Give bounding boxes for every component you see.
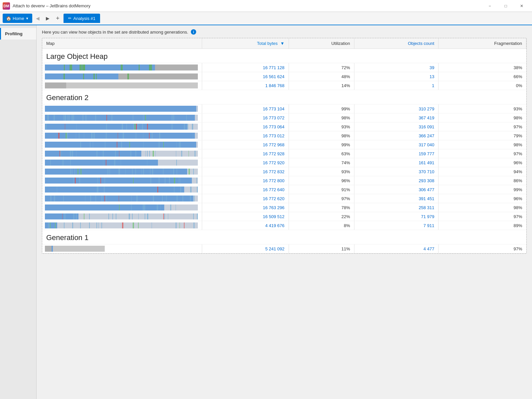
table-row[interactable]: 16 773 072 98% 367 419 98% (42, 113, 526, 122)
map-cell (42, 104, 202, 113)
table-row[interactable]: 4 419 676 8% 7 911 89% (42, 221, 526, 230)
pencil-icon: ✏ (68, 16, 71, 21)
utilization-cell: 74% (289, 158, 354, 167)
map-cell (42, 131, 202, 140)
table-row[interactable]: 1 846 768 14% 1 0% (42, 81, 526, 90)
map-cell (42, 185, 202, 194)
fragmentation-cell: 97% (439, 212, 526, 221)
table-row[interactable]: 16 763 296 78% 258 311 98% (42, 203, 526, 212)
toolbar: 🏠 Home ▼ ◀ ▶ + ✏ Analysis #1 (0, 12, 532, 25)
table-row[interactable]: 16 772 620 97% 391 451 96% (42, 194, 526, 203)
objects-count-cell: 7 911 (354, 221, 438, 230)
objects-count-cell: 367 419 (354, 113, 438, 122)
total-bytes-cell: 16 772 920 (202, 158, 289, 167)
utilization-cell: 99% (289, 104, 354, 113)
table-row[interactable]: 16 772 968 99% 317 040 98% (42, 140, 526, 149)
map-cell (42, 212, 202, 221)
sidebar-item-label: Profiling (5, 31, 23, 36)
title-bar: DM Attach to devenv – JetBrains dotMemor… (0, 0, 532, 12)
fragmentation-cell: 96% (439, 194, 526, 203)
back-button[interactable]: ◀ (34, 14, 42, 23)
forward-button[interactable]: ▶ (44, 14, 52, 23)
objects-count-cell: 159 777 (354, 149, 438, 158)
window-controls: − □ ✕ (482, 1, 529, 11)
fragmentation-cell: 97% (439, 149, 526, 158)
utilization-cell: 48% (289, 72, 354, 81)
col-header-total-bytes[interactable]: Total bytes ▼ (202, 38, 289, 49)
utilization-cell: 14% (289, 81, 354, 90)
sidebar-item-profiling[interactable]: Profiling (0, 28, 36, 40)
utilization-cell: 97% (289, 194, 354, 203)
fragmentation-cell: 96% (439, 158, 526, 167)
utilization-cell: 72% (289, 63, 354, 72)
table-row[interactable]: 16 772 800 96% 293 308 86% (42, 176, 526, 185)
utilization-cell: 93% (289, 167, 354, 176)
table-row[interactable]: 16 771 128 72% 39 38% (42, 63, 526, 72)
col-header-objects-count[interactable]: Objects count (354, 38, 438, 49)
info-bar: Here you can view how objects in the set… (42, 29, 527, 35)
section-heading-row: Large Object Heap (42, 49, 526, 63)
section-heading: Large Object Heap (42, 49, 526, 63)
map-cell (42, 221, 202, 230)
utilization-cell: 78% (289, 203, 354, 212)
utilization-cell: 99% (289, 140, 354, 149)
objects-count-cell: 366 247 (354, 131, 438, 140)
tab-label: Analysis #1 (73, 16, 95, 21)
fragmentation-cell: 94% (439, 167, 526, 176)
map-cell (42, 194, 202, 203)
home-button[interactable]: 🏠 Home ▼ (3, 14, 32, 23)
objects-count-cell: 317 040 (354, 140, 438, 149)
table-row[interactable]: 16 772 832 93% 370 710 94% (42, 167, 526, 176)
fragmentation-cell: 86% (439, 176, 526, 185)
col-header-fragmentation[interactable]: Fragmentation (439, 38, 526, 49)
fragmentation-cell: 38% (439, 63, 526, 72)
fragmentation-cell: 79% (439, 131, 526, 140)
total-bytes-cell: 16 763 296 (202, 203, 289, 212)
fragmentation-cell: 89% (439, 221, 526, 230)
app-logo: DM (3, 2, 10, 10)
minimize-button[interactable]: − (482, 1, 497, 11)
objects-count-cell: 370 710 (354, 167, 438, 176)
objects-count-cell: 316 091 (354, 122, 438, 131)
map-cell (42, 72, 202, 81)
content-area: Here you can view how objects in the set… (37, 25, 532, 399)
map-cell (42, 176, 202, 185)
info-text: Here you can view how objects in the set… (42, 30, 188, 35)
data-table-wrapper: Map Total bytes ▼ Utilization Objects co… (42, 38, 527, 254)
col-header-utilization[interactable]: Utilization (289, 38, 354, 49)
total-bytes-cell: 16 773 064 (202, 122, 289, 131)
table-row[interactable]: 16 773 012 98% 366 247 79% (42, 131, 526, 140)
table-row[interactable]: 16 772 920 74% 161 491 96% (42, 158, 526, 167)
table-row[interactable]: 5 241 092 11% 4 477 97% (42, 244, 526, 253)
fragmentation-cell: 97% (439, 122, 526, 131)
section-heading-row: Generation 1 (42, 230, 526, 244)
table-row[interactable]: 16 772 640 91% 306 477 99% (42, 185, 526, 194)
map-cell (42, 244, 202, 253)
table-header: Map Total bytes ▼ Utilization Objects co… (42, 38, 526, 49)
total-bytes-cell: 16 772 620 (202, 194, 289, 203)
fragmentation-cell: 98% (439, 140, 526, 149)
total-bytes-cell: 16 773 104 (202, 104, 289, 113)
map-cell (42, 81, 202, 90)
utilization-cell: 22% (289, 212, 354, 221)
close-button[interactable]: ✕ (514, 1, 529, 11)
table-row[interactable]: 16 773 104 99% 310 279 93% (42, 104, 526, 113)
table-row[interactable]: 16 561 624 48% 13 66% (42, 72, 526, 81)
table-row[interactable]: 16 772 928 63% 159 777 97% (42, 149, 526, 158)
objects-count-cell: 310 279 (354, 104, 438, 113)
analysis-tab[interactable]: ✏ Analysis #1 (64, 14, 100, 23)
info-icon: i (191, 29, 196, 35)
objects-count-cell: 39 (354, 63, 438, 72)
utilization-cell: 93% (289, 122, 354, 131)
total-bytes-cell: 16 773 012 (202, 131, 289, 140)
table-row[interactable]: 16 509 512 22% 71 979 97% (42, 212, 526, 221)
table-row[interactable]: 16 773 064 93% 316 091 97% (42, 122, 526, 131)
total-bytes-cell: 16 772 968 (202, 140, 289, 149)
objects-count-cell: 293 308 (354, 176, 438, 185)
total-bytes-cell: 5 241 092 (202, 244, 289, 253)
map-cell (42, 149, 202, 158)
fragmentation-cell: 98% (439, 203, 526, 212)
maximize-button[interactable]: □ (498, 1, 513, 11)
add-tab-button[interactable]: + (54, 14, 62, 23)
total-bytes-cell: 16 772 928 (202, 149, 289, 158)
